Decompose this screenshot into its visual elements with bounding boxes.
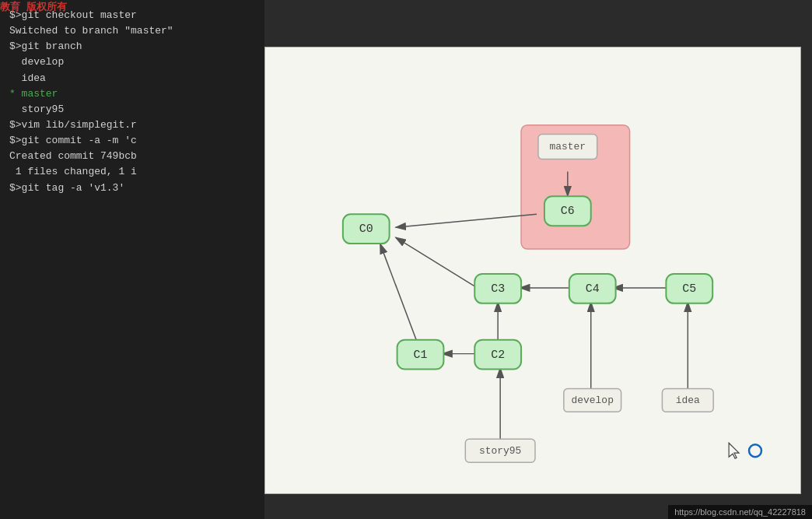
- terminal-panel: 教育 版权所有 $>git checkout master Switched t…: [0, 0, 264, 519]
- cursor-icon: [729, 443, 739, 458]
- diagram-svg: C0 C1 C2 C3 C4 C5 C6 master develop idea…: [265, 47, 800, 493]
- terminal-line: 1 files changed, 1 i: [9, 164, 255, 180]
- terminal-line: develop: [9, 54, 255, 70]
- label-C1: C1: [414, 349, 428, 361]
- terminal-line: idea: [9, 71, 255, 86]
- blue-circle: [749, 444, 761, 457]
- terminal-line: Created commit 749bcb: [9, 149, 255, 164]
- terminal-line: $>git commit -a -m 'c: [9, 133, 255, 149]
- label-C4: C4: [586, 282, 600, 295]
- terminal-line: story95: [9, 102, 255, 117]
- terminal-line: Switched to branch "master": [9, 23, 255, 39]
- arrow-c1-c0: [380, 244, 417, 341]
- url-bar: https://blog.csdn.net/qq_42227818: [668, 505, 812, 519]
- label-C0: C0: [359, 223, 373, 235]
- label-master: master: [550, 141, 586, 153]
- arrow-c6-c0: [396, 214, 537, 227]
- git-diagram: C0 C1 C2 C3 C4 C5 C6 master develop idea…: [264, 47, 801, 494]
- terminal-line-master: * master: [9, 86, 255, 102]
- label-story95: story95: [479, 445, 521, 457]
- terminal-line: $>vim lib/simplegit.r: [9, 117, 255, 133]
- label-idea: idea: [676, 395, 700, 406]
- svg-marker-2: [729, 443, 739, 458]
- terminal-line: $>git tag -a 'v1.3': [9, 181, 255, 196]
- label-C5: C5: [682, 282, 696, 295]
- label-C2: C2: [491, 349, 505, 361]
- label-C6: C6: [561, 205, 575, 217]
- arrow-c3-c0: [396, 237, 475, 286]
- terminal-line: $>git checkout master: [9, 8, 255, 23]
- label-develop: develop: [572, 395, 614, 406]
- label-C3: C3: [491, 282, 505, 295]
- terminal-line: $>git branch: [9, 39, 255, 54]
